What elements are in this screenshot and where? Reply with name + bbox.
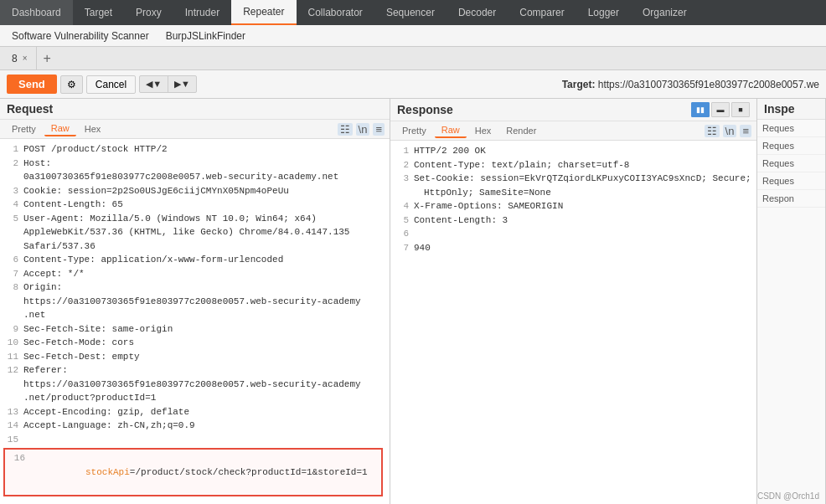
request-code-area[interactable]: 1POST /product/stock HTTP/2 2Host: 0a310…	[0, 139, 390, 504]
view-toggle: ▮▮ ▬ ■	[691, 102, 750, 117]
code-line: 1HTTP/2 200 OK	[390, 144, 753, 158]
code-line: 12Referer:	[0, 363, 386, 378]
response-header: Response ▮▮ ▬ ■	[390, 99, 756, 121]
code-line: 9Sec-Fetch-Site: same-origin	[0, 322, 386, 337]
nav-bar: Dashboard Target Proxy Intruder Repeater…	[0, 0, 826, 25]
response-tabs: Pretty Raw Hex Render ☷ \n ≡	[390, 121, 756, 141]
response-tab-raw[interactable]: Raw	[435, 123, 467, 138]
response-wrap-icon[interactable]: \n	[723, 125, 737, 137]
code-line: 7Accept: */*	[0, 267, 386, 281]
inspect-title: Inspe	[764, 102, 795, 116]
tab-bar: 8 × +	[0, 47, 826, 70]
nav-arrows: ◀▼ ▶▼	[139, 75, 197, 93]
code-line: .net	[0, 308, 386, 322]
request-more-icon[interactable]: ≡	[373, 123, 385, 136]
request-tabs: Pretty Raw Hex ☷ \n ≡	[0, 120, 390, 139]
code-line: 2Content-Type: text/plain; charset=utf-8	[390, 158, 753, 172]
inspect-item-4[interactable]: Reques	[757, 172, 825, 190]
sub-vulnerability-scanner[interactable]: Software Vulnerability Scanner	[3, 25, 157, 46]
response-title: Response	[397, 103, 453, 116]
target-label: Target: https://0a3100730365f91e803977c2…	[562, 79, 819, 90]
nav-intruder[interactable]: Intruder	[173, 0, 231, 25]
response-panel: Response ▮▮ ▬ ■ Pretty Raw Hex Render ☷ …	[390, 99, 757, 504]
code-line: 5Content-Length: 3	[390, 213, 753, 228]
main-area: Request Pretty Raw Hex ☷ \n ≡ 1POST /pro…	[0, 99, 826, 504]
code-line: 2Host:	[0, 157, 386, 171]
nav-organizer[interactable]: Organizer	[631, 0, 699, 25]
request-tab-hex[interactable]: Hex	[78, 122, 108, 136]
code-line: 6Content-Type: application/x-www-form-ur…	[0, 253, 386, 267]
nav-sequencer[interactable]: Sequencer	[374, 0, 447, 25]
code-line: https://0a3100730365f91e803977c2008e0057…	[0, 378, 386, 392]
code-line: 10Sec-Fetch-Mode: cors	[0, 336, 386, 350]
request-format-icon[interactable]: ☷	[338, 123, 353, 136]
nav-comparer[interactable]: Comparer	[508, 0, 576, 25]
view-split-icon[interactable]: ▮▮	[691, 102, 710, 117]
code-line: 5User-Agent: Mozilla/5.0 (Windows NT 10.…	[0, 212, 386, 226]
prev-arrow[interactable]: ◀▼	[140, 76, 168, 92]
code-line: 1POST /product/stock HTTP/2	[0, 142, 386, 157]
nav-target[interactable]: Target	[73, 0, 124, 25]
code-line: Safari/537.36	[0, 239, 386, 254]
code-line: 8Origin:	[0, 280, 386, 295]
code-line: 0a3100730365f91e803977c2008e0057.web-sec…	[0, 170, 386, 184]
watermark: CSDN @Orch1d	[757, 491, 819, 501]
code-line: https://0a3100730365f91e803977c2008e0057…	[0, 295, 386, 309]
request-header: Request	[0, 99, 390, 120]
code-line: 4X-Frame-Options: SAMEORIGIN	[390, 199, 753, 213]
nav-logger[interactable]: Logger	[576, 0, 631, 25]
request-wrap-icon[interactable]: \n	[356, 123, 370, 136]
code-line: 6	[390, 227, 753, 241]
code-line: AppleWebKit/537.36 (KHTML, like Gecko) C…	[0, 225, 386, 239]
settings-button[interactable]: ⚙	[60, 75, 83, 94]
inspect-panel: Inspe Reques Reques Reques Reques Respon	[757, 99, 826, 504]
code-line: 13Accept-Encoding: gzip, deflate	[0, 405, 386, 419]
code-line: 3Set-Cookie: session=EkVrQTZqiordLKPuxyC…	[390, 172, 753, 186]
nav-decoder[interactable]: Decoder	[447, 0, 508, 25]
cancel-button[interactable]: Cancel	[86, 75, 136, 94]
request-panel: Request Pretty Raw Hex ☷ \n ≡ 1POST /pro…	[0, 99, 390, 504]
tab-label: 8	[12, 53, 18, 64]
view-single-icon[interactable]: ■	[731, 102, 750, 117]
nav-collaborator[interactable]: Collaborator	[297, 0, 374, 25]
send-button[interactable]: Send	[7, 75, 57, 94]
code-line: 14Accept-Language: zh-CN,zh;q=0.9	[0, 419, 386, 433]
nav-dashboard[interactable]: Dashboard	[0, 0, 73, 25]
nav-proxy[interactable]: Proxy	[124, 0, 173, 25]
code-line: .net/product?productId=1	[0, 391, 386, 405]
request-tab-raw[interactable]: Raw	[44, 121, 76, 136]
request-tab-pretty[interactable]: Pretty	[5, 122, 43, 136]
inspect-item-2[interactable]: Reques	[757, 137, 825, 155]
inspect-item-1[interactable]: Reques	[757, 120, 825, 137]
request-tab-icons: ☷ \n ≡	[338, 123, 385, 136]
toolbar: Send ⚙ Cancel ◀▼ ▶▼ Target: https://0a31…	[0, 70, 826, 99]
code-line: 3Cookie: session=2p2So0USJgE6ciijCMYnX05…	[0, 184, 386, 198]
sub-burpjs-linkfinder[interactable]: BurpJSLinkFinder	[157, 25, 254, 46]
response-tab-hex[interactable]: Hex	[468, 124, 498, 137]
response-tab-render[interactable]: Render	[499, 124, 543, 137]
response-code-area[interactable]: 1HTTP/2 200 OK 2Content-Type: text/plain…	[390, 141, 756, 504]
code-line: 15	[0, 433, 386, 447]
code-line: HttpOnly; SameSite=None	[390, 186, 753, 200]
response-tab-pretty[interactable]: Pretty	[395, 124, 433, 137]
code-line: 11Sec-Fetch-Dest: empty	[0, 350, 386, 364]
next-arrow[interactable]: ▶▼	[168, 76, 196, 92]
stockapi-value: =/product/stock/check?productId=1&storeI…	[130, 467, 368, 477]
request-title: Request	[7, 102, 53, 116]
inspect-item-5[interactable]: Respon	[757, 190, 825, 208]
view-horizontal-icon[interactable]: ▬	[711, 102, 730, 117]
code-line: 7940	[390, 241, 753, 255]
sub-bar: Software Vulnerability Scanner BurpJSLin…	[0, 25, 826, 47]
tab-8[interactable]: 8 ×	[3, 47, 37, 69]
code-line-16-highlighted: 16 stockApi=/product/stock/check?product…	[3, 448, 383, 496]
stockapi-key: stockApi	[85, 467, 130, 477]
nav-repeater[interactable]: Repeater	[231, 0, 296, 25]
inspect-item-3[interactable]: Reques	[757, 155, 825, 172]
code-line: 4Content-Length: 65	[0, 198, 386, 212]
response-more-icon[interactable]: ≡	[740, 125, 751, 137]
response-format-icon[interactable]: ☷	[705, 125, 720, 137]
tab-close-icon[interactable]: ×	[23, 54, 28, 63]
tab-add-button[interactable]: +	[37, 47, 58, 69]
response-tab-icons: ☷ \n ≡	[705, 125, 751, 137]
inspect-header: Inspe	[757, 99, 825, 120]
